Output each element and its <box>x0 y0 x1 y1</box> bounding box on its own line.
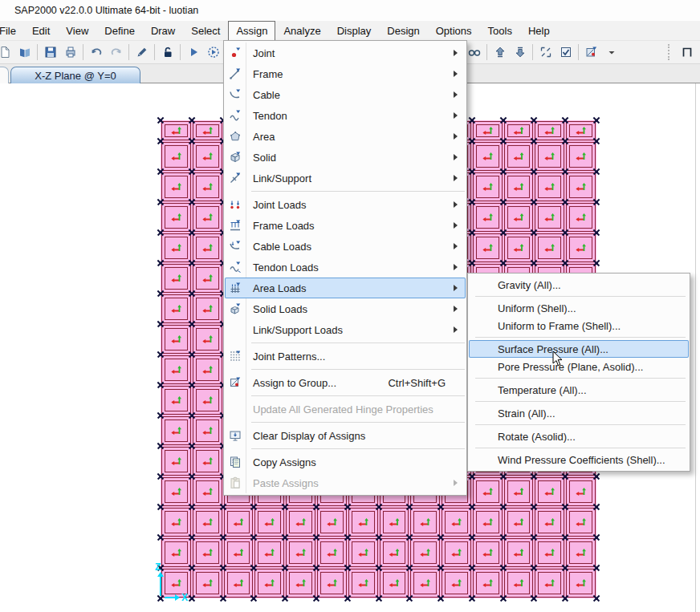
shell-cell[interactable] <box>504 233 533 262</box>
joint-marker[interactable] <box>157 321 165 328</box>
joint-marker[interactable] <box>406 534 413 541</box>
shell-cell[interactable] <box>535 233 564 262</box>
joint-marker[interactable] <box>593 229 600 237</box>
joint-marker[interactable] <box>157 168 165 176</box>
shell-cell[interactable] <box>193 233 222 262</box>
joint-marker[interactable] <box>593 138 600 145</box>
joint-marker[interactable] <box>562 534 569 541</box>
joint-marker[interactable] <box>220 565 227 572</box>
shell-cell[interactable] <box>193 416 222 445</box>
shell-cell[interactable] <box>193 264 222 293</box>
area-submenu-item-pore-pressure-plane-asolid[interactable]: Pore Pressure (Plane, Asolid)... <box>469 358 689 375</box>
shell-cell[interactable] <box>254 538 284 567</box>
assign-menu-item-assign-to-group[interactable]: Assign to Group...Ctrl+Shift+G <box>225 372 466 393</box>
shell-cell[interactable] <box>161 325 191 354</box>
joint-marker[interactable] <box>562 565 569 572</box>
shell-cell[interactable] <box>193 477 222 506</box>
joint-marker[interactable] <box>157 412 165 419</box>
shell-cell[interactable] <box>504 508 533 537</box>
shell-cell[interactable] <box>193 447 222 476</box>
joint-marker[interactable] <box>157 382 165 389</box>
joint-marker[interactable] <box>189 321 196 328</box>
shell-cell[interactable] <box>535 477 564 506</box>
joint-marker[interactable] <box>500 117 507 124</box>
shell-cell[interactable] <box>348 508 378 537</box>
joint-marker[interactable] <box>220 595 227 602</box>
assign-menu-item-update-all-generated-hinge-properties[interactable]: Update All Generated Hinge Properties <box>225 399 466 419</box>
joint-marker[interactable] <box>157 351 165 359</box>
joint-marker[interactable] <box>313 504 320 511</box>
assign-menu-item-copy-assigns[interactable]: Copy Assigns <box>225 452 466 472</box>
joint-marker[interactable] <box>189 168 196 176</box>
joint-marker[interactable] <box>562 168 569 176</box>
joint-marker[interactable] <box>313 595 320 602</box>
shell-cell[interactable] <box>193 121 222 140</box>
shell-cell[interactable] <box>286 508 315 537</box>
joint-marker[interactable] <box>157 260 165 267</box>
shell-cell[interactable] <box>380 569 409 598</box>
joint-marker[interactable] <box>438 534 445 541</box>
shell-cell[interactable] <box>535 538 564 567</box>
joint-marker[interactable] <box>469 199 476 206</box>
joint-marker[interactable] <box>157 473 165 480</box>
shell-cell[interactable] <box>286 538 315 567</box>
assign-menu-item-link-support-loads[interactable]: Link/Support Loads <box>225 319 466 340</box>
joint-marker[interactable] <box>469 595 476 602</box>
assign-menu-item-joint-patterns[interactable]: Joint Patterns... <box>225 346 466 367</box>
shell-cell[interactable] <box>348 569 378 598</box>
assign-menu-item-area-loads[interactable]: Area Loads <box>225 278 466 298</box>
joint-marker[interactable] <box>500 199 507 206</box>
joint-marker[interactable] <box>406 565 413 572</box>
joint-marker[interactable] <box>250 565 258 572</box>
assign-menu-item-frame[interactable]: Frame <box>225 63 466 84</box>
area-submenu-item-surface-pressure-all[interactable]: Surface Pressure (All)... <box>469 340 689 358</box>
shell-cell[interactable] <box>317 569 347 598</box>
shell-cell[interactable] <box>504 477 533 506</box>
area-submenu-item-rotate-asolid[interactable]: Rotate (Asolid)... <box>469 428 689 445</box>
shell-cell[interactable] <box>535 172 564 201</box>
shell-cell[interactable] <box>193 294 222 323</box>
shell-cell[interactable] <box>535 142 564 171</box>
shell-cell[interactable] <box>442 538 471 567</box>
shell-cell[interactable] <box>193 325 222 354</box>
shell-cell[interactable] <box>566 508 596 537</box>
joint-marker[interactable] <box>189 351 196 359</box>
shell-cell[interactable] <box>224 508 253 537</box>
joint-marker[interactable] <box>157 229 165 237</box>
joint-marker[interactable] <box>157 290 165 298</box>
shell-cell[interactable] <box>254 508 284 537</box>
area-submenu-item-gravity-all[interactable]: Gravity (All)... <box>469 276 689 294</box>
area-submenu-item-uniform-shell[interactable]: Uniform (Shell)... <box>469 299 689 317</box>
joint-marker[interactable] <box>500 229 507 237</box>
joint-marker[interactable] <box>531 138 538 145</box>
joint-marker[interactable] <box>189 117 196 124</box>
shell-cell[interactable] <box>193 203 222 232</box>
joint-marker[interactable] <box>593 117 600 124</box>
joint-marker[interactable] <box>562 199 569 206</box>
joint-marker[interactable] <box>406 504 413 511</box>
joint-marker[interactable] <box>500 260 507 267</box>
shell-cell[interactable] <box>161 386 191 415</box>
assign-menu-item-cable-loads[interactable]: Cable Loads <box>225 236 466 257</box>
joint-marker[interactable] <box>250 504 258 511</box>
shell-cell[interactable] <box>193 355 222 384</box>
joint-marker[interactable] <box>562 138 569 145</box>
joint-marker[interactable] <box>157 443 165 450</box>
joint-marker[interactable] <box>376 595 383 602</box>
joint-marker[interactable] <box>562 504 569 511</box>
shell-cell[interactable] <box>410 569 440 598</box>
joint-marker[interactable] <box>593 595 600 602</box>
joint-marker[interactable] <box>189 473 196 480</box>
shell-cell[interactable] <box>161 142 191 171</box>
shell-cell[interactable] <box>504 142 533 171</box>
joint-marker[interactable] <box>282 565 289 572</box>
shell-cell[interactable] <box>161 203 191 232</box>
shell-cell[interactable] <box>566 569 596 598</box>
shell-cell[interactable] <box>473 477 503 506</box>
shell-cell[interactable] <box>161 264 191 293</box>
assign-menu-item-frame-loads[interactable]: Frame Loads <box>225 215 466 236</box>
shell-cell[interactable] <box>473 121 503 140</box>
joint-marker[interactable] <box>344 565 352 572</box>
shell-cell[interactable] <box>566 233 596 262</box>
joint-marker[interactable] <box>562 117 569 124</box>
